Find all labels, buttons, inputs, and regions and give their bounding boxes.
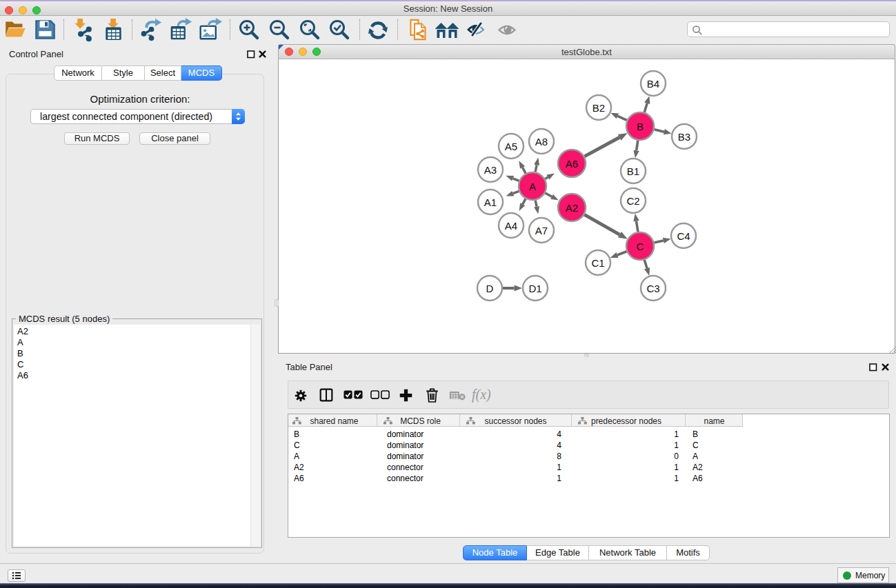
svg-text:A6: A6 — [566, 158, 578, 170]
svg-text:B1: B1 — [627, 165, 639, 177]
svg-text:C2: C2 — [626, 195, 639, 207]
svg-text:D1: D1 — [528, 283, 541, 294]
svg-text:A2: A2 — [566, 202, 578, 214]
svg-text:B2: B2 — [593, 102, 605, 114]
svg-text:C3: C3 — [646, 283, 659, 294]
svg-text:B4: B4 — [647, 78, 659, 90]
svg-text:A5: A5 — [505, 141, 517, 152]
svg-text:A1: A1 — [484, 196, 497, 208]
svg-text:A: A — [529, 181, 536, 192]
svg-text:D: D — [486, 283, 494, 294]
svg-text:A8: A8 — [535, 136, 548, 148]
svg-text:C: C — [637, 241, 644, 252]
svg-text:A3: A3 — [484, 164, 497, 176]
svg-text:C1: C1 — [591, 257, 604, 269]
svg-text:C4: C4 — [677, 230, 690, 242]
svg-text:B: B — [637, 121, 644, 132]
svg-text:B3: B3 — [678, 131, 690, 143]
svg-text:A7: A7 — [535, 225, 548, 236]
svg-text:A4: A4 — [505, 220, 517, 232]
